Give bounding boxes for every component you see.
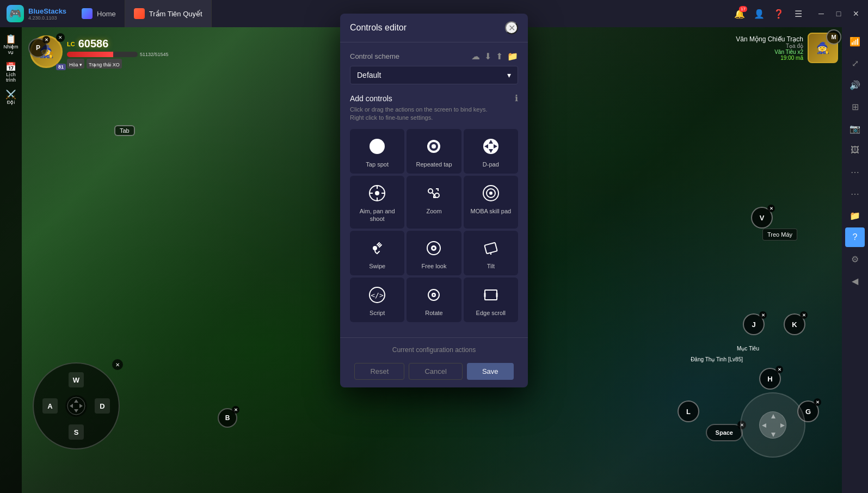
edge-scroll-label: Edge scroll — [476, 309, 506, 317]
tilt-label: Tilt — [487, 262, 495, 270]
dialog-footer: Reset Cancel Save — [340, 358, 528, 387]
zoom-icon — [424, 183, 444, 203]
control-edge-scroll[interactable]: Edge scroll — [464, 278, 518, 322]
control-tap-spot[interactable]: Tap spot — [350, 129, 404, 174]
d-pad-icon — [481, 137, 501, 156]
tilt-icon — [481, 238, 501, 258]
control-rotate[interactable]: Rotate — [407, 278, 461, 322]
control-moba-skill-pad[interactable]: MOBA skill pad — [464, 176, 518, 229]
dialog-overlay: Controls editor ✕ Control scheme ☁ ⬇ ⬆ 📁… — [0, 0, 868, 493]
current-config-section: Current configuration actions — [340, 337, 528, 358]
cancel-button[interactable]: Cancel — [409, 363, 462, 380]
control-repeated-tap[interactable]: Repeated tap — [407, 129, 461, 174]
add-controls-help-icon[interactable]: ℹ — [515, 93, 518, 103]
svg-point-26 — [373, 246, 377, 250]
control-free-look[interactable]: Free look — [407, 231, 461, 275]
svg-rect-37 — [485, 290, 497, 300]
tap-spot-icon — [367, 137, 387, 156]
aim-pan-shoot-icon — [367, 183, 387, 203]
control-d-pad[interactable]: D-pad — [464, 129, 518, 174]
svg-point-20 — [428, 189, 433, 193]
svg-point-25 — [489, 192, 493, 195]
rotate-icon — [424, 285, 444, 305]
reset-button[interactable]: Reset — [354, 363, 404, 380]
control-script[interactable]: </> Script — [350, 278, 404, 322]
controls-editor-dialog: Controls editor ✕ Control scheme ☁ ⬇ ⬆ 📁… — [340, 14, 528, 387]
free-look-icon — [424, 238, 444, 258]
control-scheme-section: Control scheme ☁ ⬇ ⬆ 📁 Default ▾ — [350, 51, 518, 84]
svg-text:</>: </> — [371, 291, 384, 299]
zoom-label: Zoom — [426, 207, 441, 215]
control-scheme-label: Control scheme ☁ ⬇ ⬆ 📁 — [350, 51, 518, 61]
svg-point-29 — [433, 247, 435, 249]
svg-rect-30 — [484, 242, 497, 254]
aim-pan-shoot-label: Aim, pan and shoot — [354, 207, 400, 223]
current-config-title: Current configuration actions — [392, 346, 476, 354]
svg-point-22 — [435, 193, 439, 198]
svg-point-15 — [375, 191, 379, 195]
rotate-label: Rotate — [425, 309, 442, 317]
swipe-label: Swipe — [369, 262, 385, 270]
control-zoom[interactable]: Zoom — [407, 176, 461, 229]
dialog-close-button[interactable]: ✕ — [505, 21, 518, 34]
dialog-header: Controls editor ✕ — [340, 14, 528, 42]
dropdown-chevron-icon: ▾ — [507, 71, 511, 79]
free-look-label: Free look — [422, 262, 447, 270]
control-tilt[interactable]: Tilt — [464, 231, 518, 275]
scheme-dropdown[interactable]: Default ▾ — [350, 66, 518, 84]
add-controls-section: Add controls ℹ Click or drag the actions… — [350, 93, 518, 322]
control-swipe[interactable]: Swipe — [350, 231, 404, 275]
controls-grid: Tap spot Repeated tap — [350, 129, 518, 322]
add-controls-desc: Click or drag the actions on the screen … — [350, 106, 518, 122]
scheme-cloud-icon[interactable]: ☁ — [471, 51, 480, 61]
scheme-upload-icon[interactable]: ⬆ — [496, 51, 503, 61]
svg-point-5 — [370, 139, 385, 154]
swipe-icon — [367, 238, 387, 258]
dialog-title: Controls editor — [350, 23, 407, 33]
tap-spot-label: Tap spot — [366, 161, 389, 168]
repeated-tap-label: Repeated tap — [416, 161, 452, 168]
edge-scroll-icon — [481, 285, 501, 305]
add-controls-title: Add controls — [350, 94, 392, 103]
dialog-body: Control scheme ☁ ⬇ ⬆ 📁 Default ▾ Add con… — [340, 42, 528, 337]
moba-skill-pad-label: MOBA skill pad — [471, 207, 512, 215]
control-aim-pan-shoot[interactable]: Aim, pan and shoot — [350, 176, 404, 229]
d-pad-label: D-pad — [483, 161, 499, 168]
repeated-tap-icon — [424, 137, 444, 156]
script-label: Script — [370, 309, 385, 317]
scheme-download-icon[interactable]: ⬇ — [484, 51, 491, 61]
scheme-folder-icon[interactable]: 📁 — [507, 51, 518, 61]
moba-skill-pad-icon — [481, 183, 501, 203]
svg-point-36 — [433, 294, 435, 295]
script-icon: </> — [367, 285, 387, 305]
svg-point-8 — [432, 144, 436, 149]
save-button[interactable]: Save — [467, 363, 514, 380]
